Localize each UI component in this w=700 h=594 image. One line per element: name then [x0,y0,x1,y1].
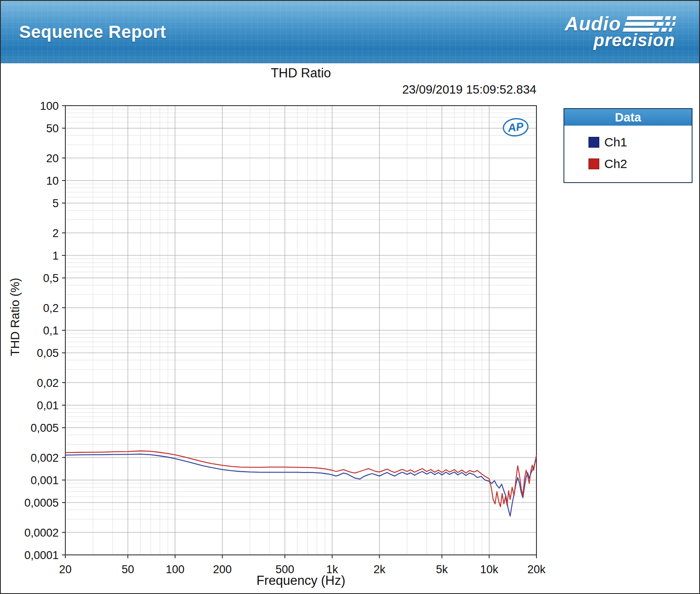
y-tick-label: 2 [52,227,59,240]
legend-label-ch1: Ch1 [604,135,627,149]
y-tick-label: 0,002 [30,452,59,464]
sequence-report-page: Sequence Report Audio precision THD Rati… [0,0,700,594]
series-ch1 [65,454,536,516]
legend-label-ch2: Ch2 [604,157,627,171]
logo-text-precision: precision [593,32,675,48]
x-axis-label: Frequency (Hz) [65,573,536,588]
legend-title: Data [564,109,692,126]
y-axis-label: THD Ratio (%) [8,278,22,356]
y-tick-label: 0,1 [43,324,59,337]
legend-box: Data Ch1Ch2 [563,108,693,183]
y-tick-label: 0,0002 [24,527,59,539]
legend-swatch-ch2 [588,158,599,169]
legend-entry-ch1: Ch1 [588,131,692,153]
logo-bars-icon [623,16,678,32]
y-tick-label: 20 [46,152,59,165]
logo-text-audio: Audio [565,15,621,32]
y-tick-label: 0,005 [30,422,59,434]
y-tick-label: 0,0001 [24,549,59,562]
report-title: Sequence Report [19,22,166,42]
legend-entry-ch2: Ch2 [588,153,692,175]
y-tick-label: 0,0005 [24,497,59,509]
y-tick-label: 0,05 [37,347,59,359]
legend-swatch-ch1 [588,137,599,148]
audio-precision-logo: Audio precision [565,15,675,48]
y-tick-label: 0,01 [37,399,59,412]
legend-entries: Ch1Ch2 [564,126,692,182]
y-tick-label: 0,02 [37,377,59,389]
report-header: Sequence Report Audio precision [1,1,699,63]
y-tick-label: 0,001 [30,474,59,487]
series-ch2 [65,451,536,507]
y-tick-label: 1 [52,250,59,262]
y-tick-label: 0,2 [43,302,59,314]
y-tick-label: 0,5 [43,272,59,285]
y-tick-label: 50 [46,122,59,135]
y-tick-label: 5 [52,197,59,210]
y-tick-label: 10 [46,175,59,187]
y-tick-label: 100 [40,100,59,112]
